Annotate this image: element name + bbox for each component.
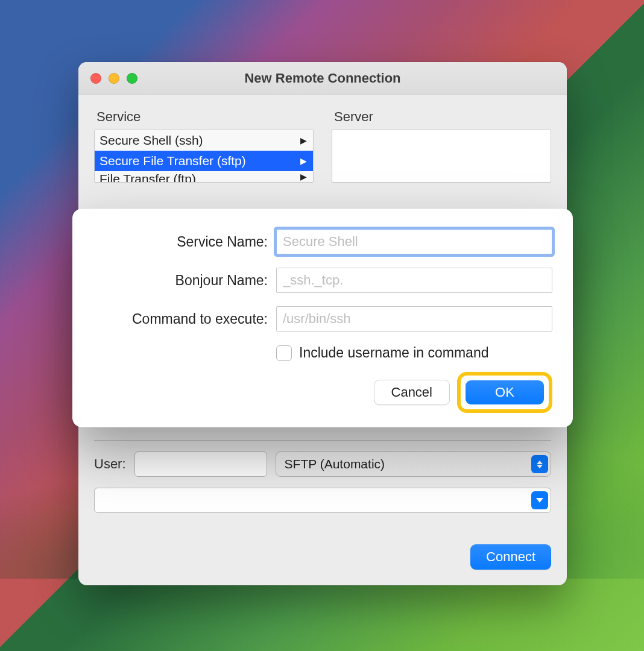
ok-button-highlight: OK [457,372,552,413]
server-column-label: Server [334,109,551,125]
window-title: New Remote Connection [78,71,567,86]
protocol-select[interactable]: SFTP (Automatic) [276,451,551,477]
chevron-right-icon: ▶ [300,172,307,181]
service-item-label: File Transfer (ftp) [99,172,196,183]
cancel-button[interactable]: Cancel [374,380,450,405]
user-label: User: [94,456,126,472]
connect-button[interactable]: Connect [470,544,551,570]
service-item-sftp[interactable]: Secure File Transfer (sftp) ▶ [95,151,313,171]
service-item-label: Secure File Transfer (sftp) [99,154,246,168]
service-item-ftp[interactable]: File Transfer (ftp) ▶ [95,171,313,183]
bonjour-name-field[interactable] [276,268,552,293]
bonjour-name-label: Bonjour Name: [93,272,276,289]
service-name-field[interactable] [276,229,552,254]
updown-caret-icon [531,455,548,473]
chevron-down-icon [531,491,548,509]
divider [94,440,551,441]
service-name-label: Service Name: [93,234,276,250]
protocol-select-label: SFTP (Automatic) [285,457,385,471]
ok-button[interactable]: OK [466,380,544,404]
address-combo[interactable] [94,488,551,513]
titlebar: New Remote Connection [78,62,567,95]
command-label: Command to execute: [93,311,276,327]
user-field[interactable] [134,451,267,477]
service-item-label: Secure Shell (ssh) [99,133,203,148]
server-list[interactable] [332,130,551,183]
service-column-label: Service [96,109,314,125]
chevron-right-icon: ▶ [300,136,307,145]
service-item-ssh[interactable]: Secure Shell (ssh) ▶ [95,130,313,151]
include-username-label: Include username in command [299,345,489,361]
new-service-sheet: Service Name: Bonjour Name: Command to e… [72,209,573,427]
chevron-right-icon: ▶ [300,156,307,166]
command-field[interactable] [276,306,552,332]
service-list[interactable]: Secure Shell (ssh) ▶ Secure File Transfe… [94,130,314,183]
include-username-checkbox[interactable] [276,345,292,361]
